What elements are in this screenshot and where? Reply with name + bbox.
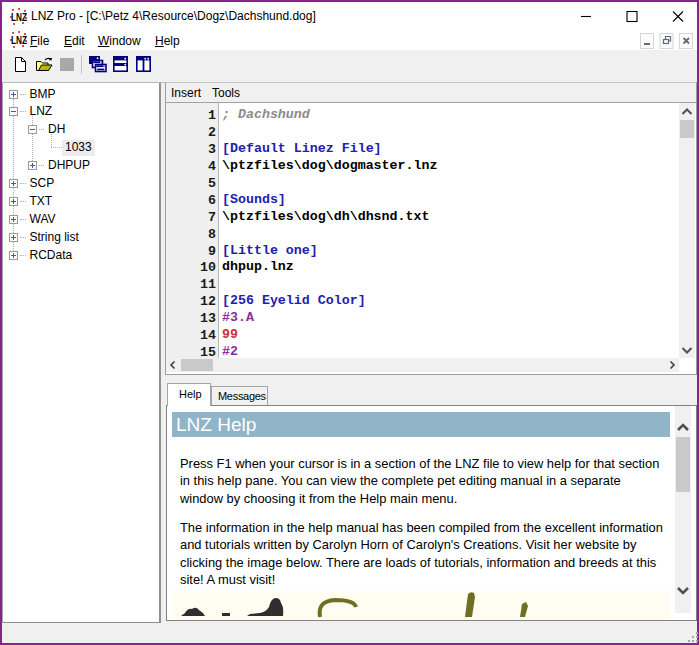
svg-text:LNZ: LNZ <box>11 35 27 46</box>
svg-text:LNZ: LNZ <box>11 12 27 23</box>
